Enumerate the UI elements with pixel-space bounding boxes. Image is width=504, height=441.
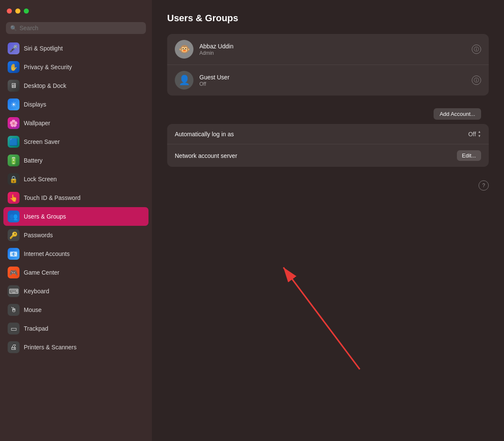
sidebar-item-desktop-dock[interactable]: 🖥Desktop & Dock bbox=[3, 76, 148, 95]
sidebar-item-privacy-security[interactable]: ✋Privacy & Security bbox=[3, 58, 148, 76]
sidebar-item-label-battery: Battery bbox=[24, 157, 42, 164]
titlebar bbox=[0, 0, 152, 22]
stepper-arrows-0[interactable]: ▲▼ bbox=[478, 130, 481, 138]
sidebar-item-internet-accounts[interactable]: 📧Internet Accounts bbox=[3, 244, 148, 263]
user-row-1: 👤Guest UserOffⓘ bbox=[167, 65, 489, 96]
sidebar-item-displays[interactable]: ☀Displays bbox=[3, 95, 148, 114]
sidebar-item-label-game-center: Game Center bbox=[24, 269, 59, 276]
sidebar-item-screen-saver[interactable]: 🟦Screen Saver bbox=[3, 132, 148, 151]
sidebar-item-touch-id-password[interactable]: 👆Touch ID & Password bbox=[3, 188, 148, 207]
users-groups-icon: 👥 bbox=[8, 211, 20, 222]
search-input[interactable] bbox=[20, 25, 142, 31]
settings-label-0: Automatically log in as bbox=[175, 131, 234, 138]
page-title: Users & Groups bbox=[167, 13, 489, 24]
settings-row-0: Automatically log in asOff▲▼ bbox=[167, 124, 489, 144]
sidebar-item-keyboard[interactable]: ⌨Keyboard bbox=[3, 282, 148, 301]
passwords-icon: 🔑 bbox=[8, 229, 20, 241]
sidebar-item-label-privacy-security: Privacy & Security bbox=[24, 64, 72, 70]
add-account-row: Add Account... bbox=[167, 104, 489, 124]
sidebar-item-label-touch-id-password: Touch ID & Password bbox=[24, 194, 81, 201]
user-info-0: Abbaz UddinAdmin bbox=[199, 43, 466, 56]
user-info-1: Guest UserOff bbox=[199, 74, 466, 87]
user-avatar-1: 👤 bbox=[175, 71, 193, 90]
sidebar-item-game-center[interactable]: 🎮Game Center bbox=[3, 263, 148, 282]
wallpaper-icon: 🌸 bbox=[8, 117, 20, 129]
sidebar-item-label-displays: Displays bbox=[24, 101, 46, 108]
minimize-button[interactable] bbox=[15, 8, 20, 14]
settings-value-1: Edit... bbox=[457, 150, 481, 161]
help-button[interactable]: ? bbox=[479, 180, 489, 191]
sidebar-item-users-groups[interactable]: 👥Users & Groups bbox=[3, 207, 148, 226]
printers-scanners-icon: 🖨 bbox=[8, 341, 20, 353]
users-card: 🐵Abbaz UddinAdminⓘ👤Guest UserOffⓘ bbox=[167, 34, 489, 96]
search-bar[interactable]: 🔍 bbox=[6, 22, 146, 34]
sidebar-item-printers-scanners[interactable]: 🖨Printers & Scanners bbox=[3, 338, 148, 357]
sidebar-item-label-wallpaper: Wallpaper bbox=[24, 120, 50, 126]
game-center-icon: 🎮 bbox=[8, 267, 20, 278]
lock-screen-icon: 🔒 bbox=[8, 173, 20, 185]
sidebar-item-lock-screen[interactable]: 🔒Lock Screen bbox=[3, 170, 148, 188]
sidebar-item-label-trackpad: Trackpad bbox=[24, 325, 48, 332]
trackpad-icon: ▭ bbox=[8, 323, 20, 334]
user-row-0: 🐵Abbaz UddinAdminⓘ bbox=[167, 34, 489, 65]
sidebar-item-label-desktop-dock: Desktop & Dock bbox=[24, 82, 66, 89]
user-name-0: Abbaz Uddin bbox=[199, 43, 466, 50]
screen-saver-icon: 🟦 bbox=[8, 136, 20, 148]
settings-value-text-0: Off bbox=[468, 131, 476, 138]
user-info-button-0[interactable]: ⓘ bbox=[472, 45, 481, 54]
settings-edit-button-1[interactable]: Edit... bbox=[457, 150, 481, 161]
keyboard-icon: ⌨ bbox=[8, 285, 20, 297]
maximize-button[interactable] bbox=[24, 8, 29, 14]
displays-icon: ☀ bbox=[8, 98, 20, 110]
sidebar-item-label-passwords: Passwords bbox=[24, 232, 53, 239]
sidebar-item-battery[interactable]: 🔋Battery bbox=[3, 151, 148, 170]
mouse-icon: 🖱 bbox=[8, 304, 20, 316]
user-role-1: Off bbox=[199, 81, 466, 87]
sidebar-item-siri-spotlight[interactable]: 🎤Siri & Spotlight bbox=[3, 39, 148, 58]
sidebar-item-label-users-groups: Users & Groups bbox=[24, 213, 66, 220]
sidebar-item-label-lock-screen: Lock Screen bbox=[24, 176, 57, 183]
sidebar-item-label-internet-accounts: Internet Accounts bbox=[24, 250, 70, 257]
settings-row-1: Network account serverEdit... bbox=[167, 144, 489, 167]
settings-value-0: Off▲▼ bbox=[468, 130, 481, 138]
sidebar-item-label-siri-spotlight: Siri & Spotlight bbox=[24, 45, 63, 52]
add-account-button[interactable]: Add Account... bbox=[434, 108, 481, 120]
battery-icon: 🔋 bbox=[8, 154, 20, 166]
user-role-0: Admin bbox=[199, 50, 466, 56]
close-button[interactable] bbox=[7, 8, 12, 14]
sidebar-item-wallpaper[interactable]: 🌸Wallpaper bbox=[3, 114, 148, 132]
sidebar-item-mouse[interactable]: 🖱Mouse bbox=[3, 301, 148, 319]
user-avatar-0: 🐵 bbox=[175, 40, 193, 59]
desktop-dock-icon: 🖥 bbox=[8, 80, 20, 92]
sidebar: 🔍 🎤Siri & Spotlight✋Privacy & Security🖥D… bbox=[0, 0, 152, 441]
siri-spotlight-icon: 🎤 bbox=[8, 42, 20, 54]
sidebar-item-label-printers-scanners: Printers & Scanners bbox=[24, 344, 77, 351]
sidebar-item-passwords[interactable]: 🔑Passwords bbox=[3, 226, 148, 244]
privacy-security-icon: ✋ bbox=[8, 61, 20, 73]
user-name-1: Guest User bbox=[199, 74, 466, 81]
internet-accounts-icon: 📧 bbox=[8, 248, 20, 260]
settings-card: Automatically log in asOff▲▼Network acco… bbox=[167, 124, 489, 167]
sidebar-item-label-keyboard: Keyboard bbox=[24, 288, 49, 295]
sidebar-item-label-mouse: Mouse bbox=[24, 306, 42, 313]
sidebar-item-trackpad[interactable]: ▭Trackpad bbox=[3, 319, 148, 338]
settings-label-1: Network account server bbox=[175, 152, 237, 159]
sidebar-item-label-screen-saver: Screen Saver bbox=[24, 138, 60, 145]
touch-id-password-icon: 👆 bbox=[8, 192, 20, 204]
main-content: Users & Groups 🐵Abbaz UddinAdminⓘ👤Guest … bbox=[167, 13, 489, 428]
sidebar-list: 🎤Siri & Spotlight✋Privacy & Security🖥Des… bbox=[0, 39, 152, 441]
user-info-button-1[interactable]: ⓘ bbox=[472, 76, 481, 85]
search-icon: 🔍 bbox=[10, 25, 17, 31]
main-content-area: Users & Groups 🐵Abbaz UddinAdminⓘ👤Guest … bbox=[152, 0, 504, 441]
